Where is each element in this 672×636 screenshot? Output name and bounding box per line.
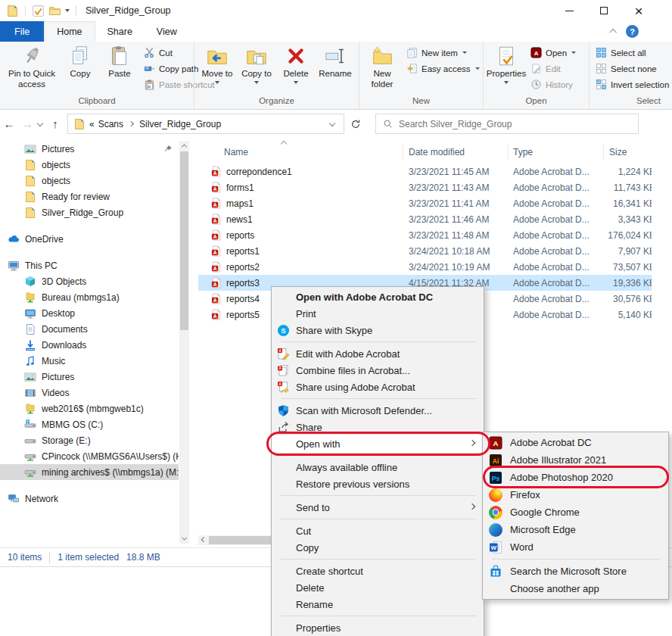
ribbon-button[interactable]: Paste xyxy=(100,44,139,80)
maximize-button[interactable] xyxy=(586,0,621,21)
file-row[interactable]: Amaps1 3/23/2021 11:41 AM Adobe Acrobat … xyxy=(198,195,672,211)
sidebar-item[interactable]: Music xyxy=(0,353,179,369)
ribbon-button[interactable]: Copy to xyxy=(237,44,276,84)
sidebar-item[interactable]: Documents xyxy=(0,321,179,337)
ribbon-button[interactable]: Move to xyxy=(198,44,237,84)
ribbon-button[interactable]: History xyxy=(527,76,579,92)
context-menu-item[interactable]: Rename xyxy=(272,596,484,613)
quick-access-folder-icon[interactable] xyxy=(48,5,61,17)
collapse-ribbon-icon[interactable] xyxy=(609,29,617,36)
context-menu-item[interactable]: Scan with Microsoft Defender... xyxy=(272,402,484,419)
sidebar-item[interactable]: mining archives$ (\\mbmgs1a) (M:) xyxy=(0,464,179,480)
sidebar-item[interactable]: Desktop xyxy=(0,305,179,321)
context-menu-item[interactable]: Restore previous versions xyxy=(272,475,484,492)
context-menu-item[interactable]: A Share using Adobe Acrobat xyxy=(272,379,484,395)
context-menu-item[interactable]: Send to xyxy=(272,499,484,516)
file-row[interactable]: Anews1 3/23/2021 11:46 AM Adobe Acrobat … xyxy=(198,211,672,227)
context-menu-item[interactable]: Open with xyxy=(272,435,484,452)
sidebar-item[interactable]: Videos xyxy=(0,385,179,401)
submenu-item[interactable]: Ps Adobe Photoshop 2020 xyxy=(483,469,668,486)
submenu-item[interactable]: Ai Adobe Illustrator 2021 xyxy=(483,451,668,469)
ribbon-button[interactable]: New item xyxy=(403,45,483,61)
ribbon-button[interactable]: Select all xyxy=(593,45,672,61)
sidebar-item[interactable]: OneDrive xyxy=(0,231,179,247)
ribbon-button[interactable]: AOpen xyxy=(527,45,579,61)
tab-share[interactable]: Share xyxy=(95,21,145,42)
column-header-date-modified[interactable]: Date modified xyxy=(403,144,509,161)
ribbon-button[interactable]: Delete xyxy=(276,44,316,84)
column-header-type[interactable]: Type xyxy=(509,144,604,161)
scroll-down-icon[interactable] xyxy=(179,534,189,544)
context-menu-item[interactable]: Copy xyxy=(272,539,484,556)
file-row[interactable]: Aforms1 3/23/2021 11:43 AM Adobe Acrobat… xyxy=(198,179,672,195)
context-menu-item[interactable]: Cut xyxy=(272,522,484,539)
context-menu-item[interactable]: Print xyxy=(272,305,484,322)
file-row[interactable]: Areports 3/23/2021 11:48 AM Adobe Acroba… xyxy=(198,227,672,243)
up-button[interactable] xyxy=(46,117,64,130)
breadcrumb-item-current[interactable]: Silver_Ridge_Group xyxy=(139,119,221,129)
ribbon-button[interactable]: New folder xyxy=(362,44,402,89)
ribbon-button[interactable]: Invert selection xyxy=(593,76,672,92)
context-menu-item[interactable]: S Share with Skype xyxy=(272,322,484,338)
sidebar-item[interactable]: web2016$ (mbmgweb1c) xyxy=(0,401,179,416)
recent-locations-caret-icon[interactable] xyxy=(37,120,43,126)
sidebar-item[interactable]: MBMG OS (C:) xyxy=(0,416,179,432)
sidebar-item[interactable]: This PC xyxy=(0,257,179,273)
back-button[interactable] xyxy=(0,117,18,130)
sidebar-item[interactable]: Network xyxy=(0,491,179,507)
context-menu-item[interactable]: A Combine files in Acrobat... xyxy=(272,362,484,379)
search-input[interactable] xyxy=(399,119,631,129)
minimize-button[interactable] xyxy=(552,0,586,21)
context-menu-item[interactable]: Share xyxy=(272,419,484,435)
quick-access-caret-icon[interactable] xyxy=(65,9,70,12)
sidebar-item[interactable]: Bureau (mbmgs1a) xyxy=(0,289,179,305)
submenu-item[interactable]: Search the Microsoft Store xyxy=(483,563,668,580)
scroll-left-icon[interactable] xyxy=(198,535,208,545)
context-menu-item[interactable]: Properties xyxy=(272,619,484,636)
context-menu-item[interactable]: A Edit with Adobe Acrobat xyxy=(272,345,484,362)
forward-button[interactable] xyxy=(18,117,36,130)
sidebar-item[interactable]: Silver_Ridge_Group xyxy=(0,204,179,220)
submenu-item[interactable]: W Word xyxy=(483,538,668,556)
tab-view[interactable]: View xyxy=(145,21,189,42)
context-menu-item[interactable]: Always available offline xyxy=(272,459,484,475)
refresh-button[interactable] xyxy=(344,114,367,134)
ribbon-button[interactable]: Easy access xyxy=(403,61,483,76)
ribbon-button[interactable]: Properties xyxy=(487,44,526,84)
file-row[interactable]: Acorrepondence1 3/23/2021 11:45 AM Adobe… xyxy=(198,164,672,179)
close-button[interactable] xyxy=(621,0,656,21)
file-row[interactable]: Areports2 3/24/2021 10:19 AM Adobe Acrob… xyxy=(198,259,672,275)
sidebar-scrollbar[interactable] xyxy=(179,141,189,544)
breadcrumb-overflow[interactable]: « xyxy=(89,119,95,129)
ribbon-button[interactable]: Rename xyxy=(316,44,355,80)
search-box[interactable] xyxy=(375,114,639,134)
context-menu-item[interactable]: Create shortcut xyxy=(272,563,484,579)
sidebar-item[interactable]: CPincock (\\MBMGS6A\Users$) (H:) xyxy=(0,448,179,464)
quick-access-properties-icon[interactable] xyxy=(32,5,45,17)
context-menu-item[interactable]: Open with Adobe Acrobat DC xyxy=(272,288,484,305)
tab-file[interactable]: File xyxy=(0,21,44,42)
submenu-item[interactable]: Google Chrome xyxy=(483,504,668,521)
sidebar-item[interactable]: Ready for review xyxy=(0,189,179,204)
sidebar-item[interactable]: 3D Objects xyxy=(0,273,179,289)
sidebar-item[interactable]: Pictures xyxy=(0,141,179,157)
quick-access-new-folder-icon[interactable] xyxy=(6,5,19,17)
breadcrumb-item-scans[interactable]: Scans xyxy=(98,119,123,129)
column-header-size[interactable]: Size xyxy=(604,144,655,161)
sidebar-item[interactable]: objects xyxy=(0,173,179,189)
scroll-up-icon[interactable] xyxy=(179,141,189,151)
sidebar-item[interactable]: Downloads xyxy=(0,337,179,353)
sidebar-item[interactable]: Pictures xyxy=(0,369,179,385)
ribbon-button[interactable]: Copy xyxy=(61,44,100,80)
submenu-item[interactable]: A Adobe Acrobat DC xyxy=(483,434,668,451)
ribbon-button[interactable]: Edit xyxy=(527,61,579,76)
column-header-name[interactable]: Name xyxy=(204,144,403,161)
submenu-item[interactable]: Choose another app xyxy=(483,580,668,597)
address-dropdown-icon[interactable] xyxy=(329,120,335,126)
help-icon[interactable] xyxy=(626,25,639,38)
context-menu-item[interactable]: Delete xyxy=(272,579,484,596)
tab-home[interactable]: Home xyxy=(44,21,95,42)
breadcrumb[interactable]: « Scans Silver_Ridge_Group xyxy=(67,114,344,134)
ribbon-button[interactable]: Select none xyxy=(593,61,672,76)
sidebar-item[interactable]: Storage (E:) xyxy=(0,432,179,448)
